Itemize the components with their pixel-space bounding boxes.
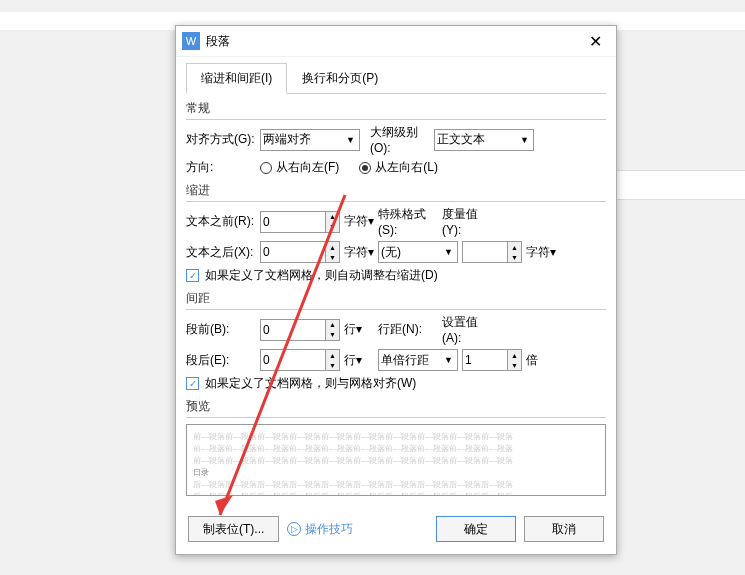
alignment-select[interactable]: 两端对齐 ▼ <box>260 129 360 151</box>
section-general-title: 常规 <box>186 100 606 120</box>
paragraph-dialog: W 段落 ✕ 缩进和间距(I) 换行和分页(P) 常规 对齐方式(G): 两端对… <box>175 25 617 555</box>
indent-after-spinner[interactable]: 0 ▲▼ <box>260 241 340 263</box>
info-icon: ▷ <box>287 522 301 536</box>
at-unit: 倍 <box>526 352 556 369</box>
snap-to-grid-checkbox[interactable]: ✓ 如果定义了文档网格，则与网格对齐(W) <box>186 375 416 392</box>
app-icon: W <box>182 32 200 50</box>
space-before-spinner[interactable]: 0 ▲▼ <box>260 319 340 341</box>
direction-ltr-radio[interactable]: 从左向右(L) <box>359 159 438 176</box>
line-spacing-select[interactable]: 单倍行距 ▼ <box>378 349 458 371</box>
special-format-select[interactable]: (无) ▼ <box>378 241 458 263</box>
indent-after-unit[interactable]: 字符▾ <box>344 244 374 261</box>
tabstops-button[interactable]: 制表位(T)... <box>188 516 279 542</box>
section-indent-title: 缩进 <box>186 182 606 202</box>
background-panel <box>595 170 745 200</box>
measure-unit[interactable]: 字符▾ <box>526 244 556 261</box>
space-before-unit[interactable]: 行▾ <box>344 321 374 338</box>
cancel-button[interactable]: 取消 <box>524 516 604 542</box>
checkbox-checked-icon: ✓ <box>186 269 199 282</box>
outline-select[interactable]: 正文文本 ▼ <box>434 129 534 151</box>
spinner-down-icon[interactable]: ▼ <box>508 360 521 370</box>
checkbox-checked-icon: ✓ <box>186 377 199 390</box>
tabs: 缩进和间距(I) 换行和分页(P) <box>186 63 606 94</box>
line-spacing-label: 行距(N): <box>378 321 438 338</box>
spinner-down-icon[interactable]: ▼ <box>326 330 339 340</box>
outline-label: 大纲级别(O): <box>370 124 430 155</box>
auto-adjust-indent-checkbox[interactable]: ✓ 如果定义了文档网格，则自动调整右缩进(D) <box>186 267 438 284</box>
titlebar: W 段落 ✕ <box>176 26 616 56</box>
chevron-down-icon: ▼ <box>444 247 453 257</box>
close-button[interactable]: ✕ <box>580 29 610 53</box>
indent-before-label: 文本之前(R): <box>186 213 256 230</box>
spinner-up-icon[interactable]: ▲ <box>326 212 339 222</box>
spinner-up-icon[interactable]: ▲ <box>508 242 521 252</box>
direction-radio-group: 从右向左(F) 从左向右(L) <box>260 159 438 176</box>
tab-indent-spacing[interactable]: 缩进和间距(I) <box>186 63 287 94</box>
spinner-down-icon[interactable]: ▼ <box>326 360 339 370</box>
space-after-unit[interactable]: 行▾ <box>344 352 374 369</box>
space-after-label: 段后(E): <box>186 352 256 369</box>
section-preview-title: 预览 <box>186 398 606 418</box>
spinner-down-icon[interactable]: ▼ <box>508 252 521 262</box>
section-spacing-title: 间距 <box>186 290 606 310</box>
indent-after-label: 文本之后(X): <box>186 244 256 261</box>
spinner-down-icon[interactable]: ▼ <box>326 222 339 232</box>
preview-box: 前—段落前—段落前—段落前—段落前—段落前—段落前—段落前—段落前—段落前—段落… <box>186 424 606 496</box>
radio-icon-checked <box>359 162 371 174</box>
space-after-spinner[interactable]: 0 ▲▼ <box>260 349 340 371</box>
at-label: 设置值(A): <box>442 314 492 345</box>
dialog-body: 缩进和间距(I) 换行和分页(P) 常规 对齐方式(G): 两端对齐 ▼ 大纲级… <box>176 56 616 516</box>
direction-label: 方向: <box>186 159 256 176</box>
space-before-label: 段前(B): <box>186 321 256 338</box>
spinner-down-icon[interactable]: ▼ <box>326 252 339 262</box>
chevron-down-icon: ▼ <box>346 135 355 145</box>
spinner-up-icon[interactable]: ▲ <box>326 350 339 360</box>
chevron-down-icon: ▼ <box>520 135 529 145</box>
direction-rtl-radio[interactable]: 从右向左(F) <box>260 159 339 176</box>
measure-label: 度量值(Y): <box>442 206 492 237</box>
tips-link[interactable]: ▷ 操作技巧 <box>287 521 428 538</box>
ok-button[interactable]: 确定 <box>436 516 516 542</box>
indent-before-spinner[interactable]: 0 ▲▼ <box>260 211 340 233</box>
chevron-down-icon: ▼ <box>444 355 453 365</box>
special-format-label: 特殊格式(S): <box>378 206 438 237</box>
tab-line-page-breaks[interactable]: 换行和分页(P) <box>287 63 393 94</box>
dialog-footer: 制表位(T)... ▷ 操作技巧 确定 取消 <box>176 516 616 554</box>
dialog-title: 段落 <box>206 33 580 50</box>
measure-spinner[interactable]: ▲▼ <box>462 241 522 263</box>
spinner-up-icon[interactable]: ▲ <box>326 320 339 330</box>
at-spinner[interactable]: 1 ▲▼ <box>462 349 522 371</box>
alignment-label: 对齐方式(G): <box>186 131 256 148</box>
indent-before-unit[interactable]: 字符▾ <box>344 213 374 230</box>
spinner-up-icon[interactable]: ▲ <box>326 242 339 252</box>
radio-icon <box>260 162 272 174</box>
spinner-up-icon[interactable]: ▲ <box>508 350 521 360</box>
